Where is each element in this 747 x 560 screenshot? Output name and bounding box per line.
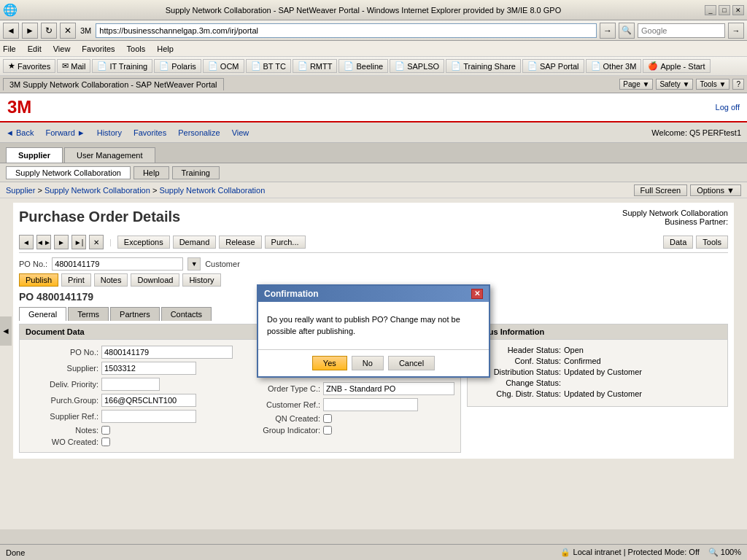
menu-view[interactable]: View (53, 44, 71, 53)
logo-3m: 3M (80, 26, 91, 35)
stop-button[interactable]: ✕ (60, 23, 76, 39)
doc-icon5: 📄 (298, 61, 308, 71)
go-button[interactable]: → (600, 23, 616, 39)
favorites-bar: ★ Favorites ✉ Mail 📄 IT Training 📄 Polar… (0, 57, 747, 76)
fav-mail[interactable]: ✉ Mail (57, 59, 90, 73)
dialog-overlay: Confirmation ✕ Do you really want to pub… (13, 203, 734, 459)
welcome-text: Welcome: Q5 PERFtest1 (651, 128, 741, 137)
tools-btn[interactable]: Tools ▼ (696, 79, 729, 90)
nav-forward[interactable]: Forward ► (45, 128, 85, 137)
safety-btn[interactable]: Safety ▼ (656, 79, 693, 90)
breadcrumb-sep1: > (37, 186, 44, 195)
doc-icon7: 📄 (395, 61, 405, 71)
dialog-footer: Yes No Cancel (258, 349, 489, 376)
nav-view[interactable]: View (232, 128, 249, 137)
breadcrumb-sep2: > (152, 186, 159, 195)
confirmation-dialog: Confirmation ✕ Do you really want to pub… (257, 284, 490, 378)
sap-portal: 3M Log off ◄ Back Forward ► History Favo… (0, 93, 747, 529)
dialog-yes-btn[interactable]: Yes (312, 356, 347, 370)
dialog-body: Do you really want to publish PO? Change… (258, 302, 489, 349)
close-btn[interactable]: ✕ (732, 5, 744, 15)
doc-icon4: 📄 (251, 61, 261, 71)
page-btn[interactable]: Page ▼ (619, 79, 653, 90)
nav-history[interactable]: History (97, 128, 122, 137)
back-button[interactable]: ◄ (3, 23, 19, 39)
doc-icon6: 📄 (344, 61, 354, 71)
dialog-message: Do you really want to publish PO? Change… (267, 315, 460, 336)
fav-beeline[interactable]: 📄 Beeline (338, 59, 388, 73)
fav-apple[interactable]: 🍎 Apple - Start (643, 59, 710, 73)
menu-edit[interactable]: Edit (28, 44, 42, 53)
sap-header: 3M Log off (0, 93, 747, 122)
menu-file[interactable]: File (3, 44, 16, 53)
fav-label: Favorites (18, 62, 50, 71)
doc-icon8: 📄 (451, 61, 461, 71)
minimize-btn[interactable]: _ (705, 5, 716, 15)
content-tab-snc[interactable]: Supply Network Collaboration (6, 166, 131, 179)
forward-button[interactable]: ► (22, 23, 38, 39)
doc-icon2: 📄 (159, 61, 169, 71)
apple-icon: 🍎 (648, 61, 658, 71)
fav-polaris-label: Polaris (171, 62, 196, 71)
fav-sap-portal-label: SAP Portal (540, 62, 579, 71)
help-btn[interactable]: ? (732, 79, 744, 90)
browser-toolbar: ◄ ► ↻ ✕ 3M → 🔍 → (0, 20, 747, 41)
search-icon[interactable]: 🔍 (619, 23, 635, 39)
fav-bt-tc[interactable]: 📄 BT TC (246, 59, 291, 73)
mail-icon: ✉ (62, 61, 69, 71)
nav-back[interactable]: ◄ Back (6, 128, 34, 137)
content-tab-help[interactable]: Help (133, 166, 169, 179)
refresh-button[interactable]: ↻ (41, 23, 57, 39)
fav-polaris[interactable]: 📄 Polaris (154, 59, 201, 73)
doc-icon3: 📄 (208, 61, 218, 71)
logoff-button[interactable]: Log off (716, 103, 740, 112)
fav-rmtt[interactable]: 📄 RMTT (293, 59, 338, 73)
dialog-no-btn[interactable]: No (352, 356, 384, 370)
breadcrumb: Supplier > Supply Network Collaboration … (0, 182, 747, 198)
sap-main-tabs: Supplier User Management (0, 143, 747, 163)
search-go-btn[interactable]: → (728, 23, 744, 39)
tab-user-management[interactable]: User Management (64, 147, 155, 163)
breadcrumb-snc1[interactable]: Supply Network Collaboration (44, 186, 150, 195)
menu-help[interactable]: Help (157, 44, 174, 53)
fav-other-3m-label: Other 3M (603, 62, 637, 71)
fav-ocm-label: OCM (220, 62, 239, 71)
fav-saplso[interactable]: 📄 SAPLSO (390, 59, 444, 73)
fullscreen-btn[interactable]: Full Screen (634, 184, 688, 196)
menu-tools[interactable]: Tools (127, 44, 146, 53)
menu-favorites[interactable]: Favorites (82, 44, 115, 53)
fav-beeline-label: Beeline (356, 62, 383, 71)
nav-favorites[interactable]: Favorites (133, 128, 166, 137)
browser-title: Supply Network Collaboration - SAP NetWe… (22, 6, 705, 15)
address-bar[interactable] (96, 23, 597, 38)
doc-icon10: 📄 (591, 61, 601, 71)
side-panel-toggle[interactable]: ◄ (0, 316, 12, 346)
sap-content-tabs: Supply Network Collaboration Help Traini… (0, 163, 747, 182)
ie-tab[interactable]: 3M Supply Network Collaboration - SAP Ne… (3, 78, 224, 90)
fav-favorites[interactable]: ★ Favorites (3, 59, 55, 73)
fav-other-3m[interactable]: 📄 Other 3M (586, 59, 642, 73)
dialog-title: Confirmation (264, 289, 319, 299)
breadcrumb-snc2[interactable]: Supply Network Collaboration (159, 186, 265, 195)
dialog-titlebar: Confirmation ✕ (258, 286, 489, 302)
content-tab-training[interactable]: Training (172, 166, 220, 179)
browser-titlebar: 🌐 Supply Network Collaboration - SAP Net… (0, 0, 747, 20)
tab-supplier[interactable]: Supplier (6, 147, 63, 163)
nav-personalize[interactable]: Personalize (178, 128, 220, 137)
fav-ocm[interactable]: 📄 OCM (203, 59, 244, 73)
dialog-cancel-btn[interactable]: Cancel (388, 356, 435, 370)
breadcrumb-supplier[interactable]: Supplier (6, 186, 35, 195)
doc-icon9: 📄 (527, 61, 538, 71)
dialog-close-btn[interactable]: ✕ (471, 289, 483, 299)
fav-sap-portal[interactable]: 📄 SAP Portal (522, 59, 584, 73)
options-btn[interactable]: Options ▼ (690, 184, 741, 196)
doc-icon: 📄 (97, 61, 107, 71)
ie-menubar: File Edit View Favorites Tools Help (0, 41, 747, 57)
ie-secondary-toolbar: 3M Supply Network Collaboration - SAP Ne… (0, 76, 747, 93)
fav-apple-label: Apple - Start (660, 62, 705, 71)
fav-training-share[interactable]: 📄 Training Share (446, 59, 521, 73)
fav-it-training[interactable]: 📄 IT Training (92, 59, 152, 73)
fav-bt-tc-label: BT TC (263, 62, 286, 71)
maximize-btn[interactable]: □ (719, 5, 730, 15)
search-input[interactable] (638, 23, 725, 38)
